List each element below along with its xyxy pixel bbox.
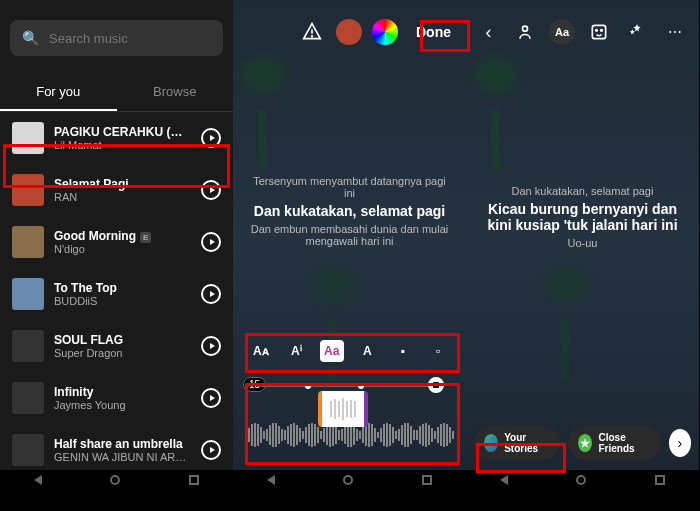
song-item[interactable]: Half share an umbrella GENIN WA JIBUN NI… bbox=[0, 424, 233, 476]
nav-back-icon[interactable] bbox=[267, 475, 275, 485]
next-button[interactable]: › bbox=[669, 429, 691, 457]
play-icon[interactable] bbox=[201, 440, 221, 460]
song-art bbox=[12, 122, 44, 154]
song-item[interactable]: Infinity Jaymes Young bbox=[0, 372, 233, 424]
song-info: Selamat Pagi RAN bbox=[54, 177, 191, 203]
search-bar[interactable]: 🔍 bbox=[10, 20, 223, 56]
music-edit-panel: Done Tersenyum menyambut datangnya pagi … bbox=[233, 0, 466, 490]
your-stories-label: Your Stories bbox=[504, 432, 550, 454]
search-input[interactable] bbox=[49, 31, 211, 46]
story-share-panel: ‹ Aa ⋯ Dan kukatakan, selamat pagi Kicau… bbox=[466, 0, 699, 490]
color-picker-icon[interactable] bbox=[372, 19, 398, 45]
music-search-panel: 🔍 For you Browse PAGIKU CERAHKU (REMIX) … bbox=[0, 0, 233, 490]
song-info: PAGIKU CERAHKU (REMIX) Lil Mamat bbox=[54, 125, 191, 151]
song-item[interactable]: PAGIKU CERAHKU (REMIX) Lil Mamat bbox=[0, 112, 233, 164]
song-artist: BUDDiiS bbox=[54, 295, 191, 307]
song-artist: N'digo bbox=[54, 243, 191, 255]
your-stories-button[interactable]: Your Stories bbox=[474, 426, 560, 460]
avatar-icon bbox=[484, 434, 498, 452]
lyric-line: Uo-uu bbox=[481, 237, 684, 249]
song-title: PAGIKU CERAHKU (REMIX) bbox=[54, 125, 191, 139]
style-option[interactable]: A bbox=[355, 340, 379, 362]
play-icon[interactable] bbox=[201, 388, 221, 408]
done-button[interactable]: Done bbox=[408, 20, 459, 44]
lyrics-display: Dan kukatakan, selamat pagi Kicau burung… bbox=[466, 185, 699, 253]
clip-selector[interactable] bbox=[318, 391, 368, 427]
song-art bbox=[12, 226, 44, 258]
song-art bbox=[12, 174, 44, 206]
share-bar: Your Stories ★ Close Friends › bbox=[466, 426, 699, 460]
nav-home-icon[interactable] bbox=[576, 475, 586, 485]
close-friends-icon: ★ bbox=[578, 434, 592, 452]
song-item[interactable]: To The Top BUDDiiS bbox=[0, 268, 233, 320]
song-title: SOUL FLAG bbox=[54, 333, 191, 347]
nav-recent-icon[interactable] bbox=[422, 475, 432, 485]
song-art bbox=[12, 382, 44, 414]
style-option[interactable]: ▫ bbox=[426, 340, 450, 362]
text-tool-icon[interactable]: Aa bbox=[549, 19, 575, 45]
svg-point-2 bbox=[523, 26, 528, 31]
android-nav bbox=[233, 470, 466, 490]
lyric-line-main: Dan kukatakan, selamat pagi bbox=[248, 203, 451, 219]
style-option[interactable]: Aⁱ bbox=[284, 340, 308, 362]
song-title: Half share an umbrella bbox=[54, 437, 191, 451]
nav-home-icon[interactable] bbox=[110, 475, 120, 485]
song-art bbox=[12, 278, 44, 310]
song-art bbox=[12, 330, 44, 362]
play-icon[interactable] bbox=[201, 336, 221, 356]
play-icon[interactable] bbox=[201, 284, 221, 304]
lyric-line: Dan kukatakan, selamat pagi bbox=[481, 185, 684, 197]
close-friends-label: Close Friends bbox=[598, 432, 650, 454]
search-icon: 🔍 bbox=[22, 30, 39, 46]
svg-point-5 bbox=[601, 30, 603, 32]
play-icon[interactable] bbox=[201, 128, 221, 148]
nav-back-icon[interactable] bbox=[500, 475, 508, 485]
song-title: To The Top bbox=[54, 281, 191, 295]
song-title: Infinity bbox=[54, 385, 191, 399]
song-info: Infinity Jaymes Young bbox=[54, 385, 191, 411]
style-option[interactable]: ▪ bbox=[391, 340, 415, 362]
play-icon[interactable] bbox=[201, 232, 221, 252]
tab-for-you[interactable]: For you bbox=[0, 74, 117, 111]
svg-point-4 bbox=[596, 30, 598, 32]
nav-recent-icon[interactable] bbox=[189, 475, 199, 485]
song-info: SOUL FLAG Super Dragon bbox=[54, 333, 191, 359]
song-title: Selamat Pagi bbox=[54, 177, 191, 191]
album-art-icon[interactable] bbox=[336, 19, 362, 45]
nav-recent-icon[interactable] bbox=[655, 475, 665, 485]
stop-marker-icon[interactable] bbox=[428, 377, 444, 393]
song-title: Good MorningE bbox=[54, 229, 191, 243]
song-item[interactable]: Good MorningE N'digo bbox=[0, 216, 233, 268]
play-icon[interactable] bbox=[201, 180, 221, 200]
mention-icon[interactable] bbox=[511, 18, 539, 46]
song-info: Half share an umbrella GENIN WA JIBUN NI… bbox=[54, 437, 191, 463]
song-item[interactable]: SOUL FLAG Super Dragon bbox=[0, 320, 233, 372]
svg-point-1 bbox=[312, 36, 313, 37]
more-icon[interactable]: ⋯ bbox=[661, 18, 689, 46]
android-nav bbox=[0, 470, 233, 490]
close-friends-button[interactable]: ★ Close Friends bbox=[568, 426, 660, 460]
effects-icon[interactable] bbox=[623, 18, 651, 46]
time-track[interactable] bbox=[261, 385, 438, 387]
back-button[interactable]: ‹ bbox=[476, 19, 501, 45]
top-bar: ‹ Aa ⋯ bbox=[466, 18, 699, 46]
lyrics-display: Tersenyum menyambut datangnya pagi ini D… bbox=[233, 175, 466, 251]
lyric-line: Dan embun membasahi dunia dan mulai meng… bbox=[248, 223, 451, 247]
tabs: For you Browse bbox=[0, 74, 233, 112]
style-option[interactable]: Aa bbox=[320, 340, 344, 362]
style-option[interactable]: Aᴀ bbox=[249, 340, 273, 362]
lyric-line-main: Kicau burung bernyanyi dan kini kusiap '… bbox=[481, 201, 684, 233]
android-nav bbox=[466, 470, 699, 490]
music-timeline[interactable]: 15 bbox=[243, 377, 456, 455]
song-artist: Jaymes Young bbox=[54, 399, 191, 411]
nav-back-icon[interactable] bbox=[34, 475, 42, 485]
song-info: Good MorningE N'digo bbox=[54, 229, 191, 255]
lyric-line: Tersenyum menyambut datangnya pagi ini bbox=[248, 175, 451, 199]
sticker-icon[interactable] bbox=[585, 18, 613, 46]
report-icon[interactable] bbox=[298, 18, 326, 46]
song-item[interactable]: Selamat Pagi RAN bbox=[0, 164, 233, 216]
song-artist: Lil Mamat bbox=[54, 139, 191, 151]
nav-home-icon[interactable] bbox=[343, 475, 353, 485]
tab-browse[interactable]: Browse bbox=[117, 74, 234, 111]
top-bar: Done bbox=[233, 18, 466, 46]
